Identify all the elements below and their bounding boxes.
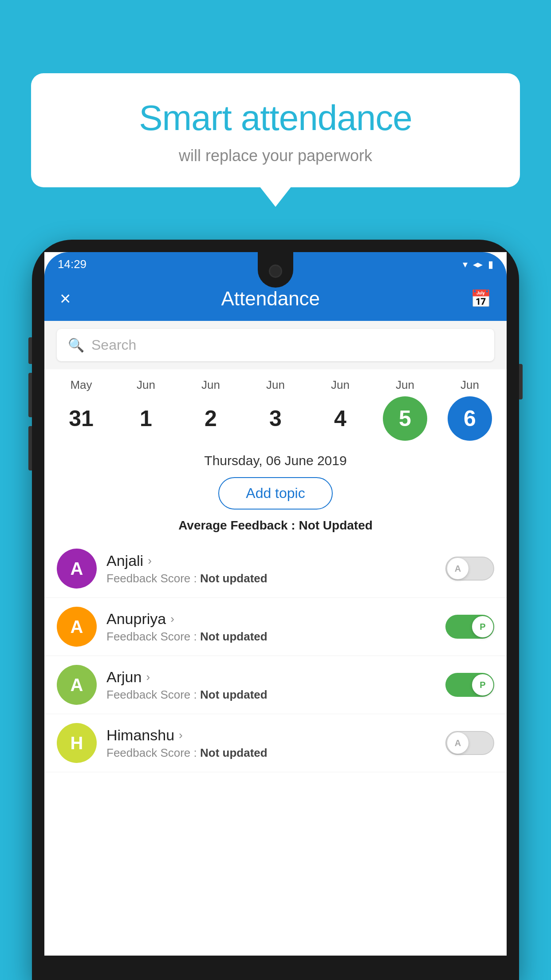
phone-camera: [269, 265, 282, 278]
student-list: AAnjali›Feedback Score : Not updatedAAAn…: [44, 540, 507, 956]
student-avatar: A: [57, 549, 97, 589]
side-button-left-3: [28, 426, 32, 470]
toggle-thumb: P: [472, 616, 493, 637]
attendance-toggle-wrap: A: [445, 731, 494, 755]
bubble-subtitle: will replace your paperwork: [58, 146, 493, 165]
calendar-day[interactable]: Jun5: [376, 378, 434, 441]
phone-notch: [258, 252, 293, 288]
wifi-icon: ▾: [463, 259, 468, 270]
date-label: Thursday, 06 June 2019: [44, 445, 507, 472]
status-icons: ▾ ◂▸ ▮: [463, 259, 493, 270]
header-title: Attendance: [221, 288, 320, 310]
search-icon: 🔍: [68, 337, 84, 353]
status-time: 14:29: [58, 257, 87, 271]
attendance-toggle-wrap: P: [445, 673, 494, 697]
calendar-day[interactable]: Jun6: [441, 378, 499, 441]
student-name-row: Arjun›: [106, 668, 436, 686]
student-name: Arjun: [106, 668, 142, 686]
search-bar: 🔍 Search: [44, 321, 507, 369]
student-item[interactable]: HHimanshu›Feedback Score : Not updatedA: [44, 714, 507, 772]
bubble-title: Smart attendance: [58, 98, 493, 138]
cal-month-label: Jun: [460, 378, 479, 392]
student-feedback: Feedback Score : Not updated: [106, 746, 436, 760]
chevron-right-icon: ›: [146, 670, 150, 684]
calendar-strip: May31Jun1Jun2Jun3Jun4Jun5Jun6: [44, 369, 507, 445]
speech-bubble: Smart attendance will replace your paper…: [31, 73, 520, 187]
student-feedback: Feedback Score : Not updated: [106, 688, 436, 702]
student-name: Himanshu: [106, 727, 174, 744]
add-topic-wrap: Add topic: [44, 472, 507, 515]
student-avatar: A: [57, 665, 97, 705]
cal-month-label: Jun: [201, 378, 220, 392]
cal-month-label: Jun: [137, 378, 155, 392]
cal-month-label: Jun: [266, 378, 285, 392]
calendar-day[interactable]: May31: [52, 378, 110, 441]
student-info: Anupriya›Feedback Score : Not updated: [106, 610, 436, 644]
student-name-row: Himanshu›: [106, 727, 436, 744]
attendance-toggle-wrap: P: [445, 615, 494, 639]
cal-month-label: Jun: [396, 378, 414, 392]
battery-icon: ▮: [488, 259, 493, 270]
cal-month-label: May: [70, 378, 92, 392]
toggle-thumb: A: [447, 558, 468, 579]
student-info: Anjali›Feedback Score : Not updated: [106, 552, 436, 585]
cal-date-number[interactable]: 4: [318, 396, 362, 441]
calendar-icon[interactable]: 📅: [470, 289, 491, 308]
attendance-toggle[interactable]: P: [445, 615, 494, 639]
search-input-wrap[interactable]: 🔍 Search: [57, 329, 494, 361]
calendar-day[interactable]: Jun4: [311, 378, 369, 441]
student-avatar: A: [57, 607, 97, 647]
cal-date-number[interactable]: 6: [448, 396, 492, 441]
side-button-right: [519, 364, 523, 399]
signal-icon: ◂▸: [473, 259, 483, 270]
attendance-toggle[interactable]: A: [445, 557, 494, 581]
toggle-thumb: P: [472, 674, 493, 695]
cal-date-number[interactable]: 5: [383, 396, 427, 441]
student-info: Arjun›Feedback Score : Not updated: [106, 668, 436, 702]
student-avatar: H: [57, 723, 97, 763]
student-feedback: Feedback Score : Not updated: [106, 630, 436, 644]
side-button-left-1: [28, 337, 32, 364]
avg-feedback-value: Not Updated: [299, 518, 372, 532]
calendar-day[interactable]: Jun3: [247, 378, 304, 441]
cal-date-number[interactable]: 3: [253, 396, 298, 441]
toggle-thumb: A: [447, 732, 468, 754]
phone-frame: 14:29 ▾ ◂▸ ▮ × Attendance 📅 🔍 Search May…: [32, 240, 519, 980]
average-feedback: Average Feedback : Not Updated: [44, 515, 507, 540]
chevron-right-icon: ›: [179, 728, 183, 742]
student-item[interactable]: AAnjali›Feedback Score : Not updatedA: [44, 540, 507, 598]
student-name-row: Anjali›: [106, 552, 436, 569]
student-feedback: Feedback Score : Not updated: [106, 572, 436, 585]
cal-date-number[interactable]: 2: [189, 396, 233, 441]
student-name: Anjali: [106, 552, 143, 569]
side-button-left-2: [28, 373, 32, 417]
close-button[interactable]: ×: [60, 288, 71, 309]
attendance-toggle-wrap: A: [445, 557, 494, 581]
app-screen: 14:29 ▾ ◂▸ ▮ × Attendance 📅 🔍 Search May…: [44, 252, 507, 956]
student-name-row: Anupriya›: [106, 610, 436, 628]
cal-month-label: Jun: [331, 378, 350, 392]
search-input[interactable]: Search: [91, 337, 483, 353]
cal-date-number[interactable]: 31: [59, 396, 103, 441]
cal-date-number[interactable]: 1: [124, 396, 168, 441]
calendar-day[interactable]: Jun1: [117, 378, 175, 441]
student-item[interactable]: AAnupriya›Feedback Score : Not updatedP: [44, 598, 507, 656]
attendance-toggle[interactable]: A: [445, 731, 494, 755]
avg-feedback-label: Average Feedback :: [178, 518, 299, 532]
chevron-right-icon: ›: [170, 612, 174, 626]
student-info: Himanshu›Feedback Score : Not updated: [106, 727, 436, 760]
calendar-day[interactable]: Jun2: [182, 378, 240, 441]
add-topic-button[interactable]: Add topic: [218, 477, 332, 510]
student-item[interactable]: AArjun›Feedback Score : Not updatedP: [44, 656, 507, 714]
chevron-right-icon: ›: [148, 554, 152, 568]
student-name: Anupriya: [106, 610, 166, 628]
attendance-toggle[interactable]: P: [445, 673, 494, 697]
